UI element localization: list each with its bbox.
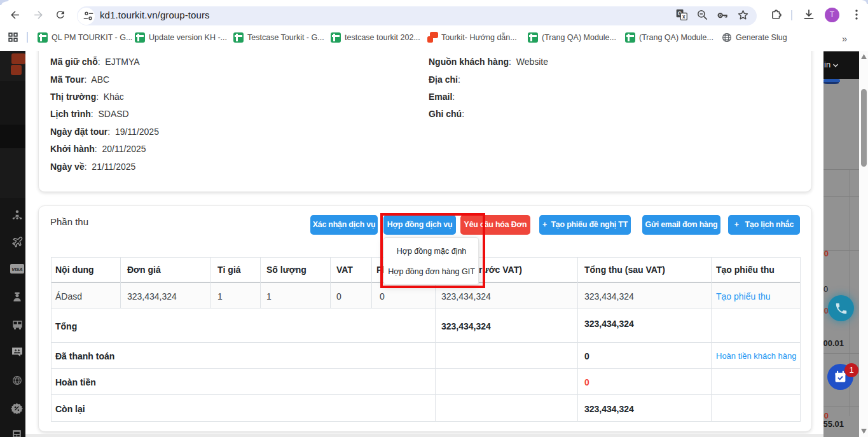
svg-text:VISA: VISA <box>11 267 23 272</box>
svg-text:x: x <box>682 13 685 20</box>
